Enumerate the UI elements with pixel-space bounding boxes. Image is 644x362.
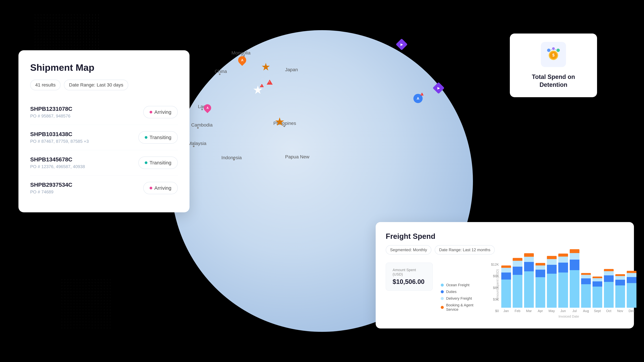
status-badge-transiting-2: Transiting <box>138 157 178 169</box>
svg-line-7 <box>555 49 557 50</box>
marker-star-gold-1[interactable] <box>262 63 270 71</box>
status-dot <box>150 111 152 113</box>
x-axis-title: Invoiced Date <box>491 315 636 319</box>
marker-pin-orange-a[interactable]: A <box>238 56 246 64</box>
marker-star-gold-2[interactable] <box>275 117 284 126</box>
legend-label-duties: Duties <box>446 290 456 294</box>
svg-point-5 <box>552 47 555 50</box>
status-dot <box>145 136 148 139</box>
status-badge-arriving-1: Arriving <box>143 106 178 118</box>
results-badge[interactable]: 41 results <box>30 80 60 90</box>
bar-group: Feb <box>513 258 522 313</box>
map-label-japan: Japan <box>285 67 298 72</box>
status-badge-arriving-2: Arriving <box>143 182 178 194</box>
shipment-info: SHPB1231078C PO # 95867, 948576 <box>30 106 72 119</box>
bar-month-label: Jun <box>560 309 566 313</box>
marker-pin-pink[interactable]: A <box>204 104 211 112</box>
marker-warn-small[interactable]: ! <box>267 80 273 85</box>
legend-label-booking: Booking & Agent Service <box>446 303 484 312</box>
shipment-map-title: Shipment Map <box>30 62 178 73</box>
decorative-dots-bottomleft <box>60 278 111 329</box>
map-label-mongolia: Mongolia <box>232 50 250 56</box>
spend-icon: $ <box>545 46 562 63</box>
bar-month-label: Aug <box>583 309 589 313</box>
bar-month-label: Apr <box>538 309 543 313</box>
shipment-po: PO # 12376, 496587, 40938 <box>30 164 85 169</box>
marker-diamond-1[interactable]: ▶ <box>398 40 406 49</box>
legend-booking: Booking & Agent Service <box>441 303 484 312</box>
bar-group: Oct <box>604 269 614 313</box>
shipment-id: SHPB1345678C <box>30 156 85 163</box>
svg-line-6 <box>550 49 552 50</box>
status-label: Arriving <box>154 109 172 115</box>
legend-label-ocean: Ocean Freight <box>446 283 470 287</box>
bar-chart: JanFebMarAprMayJunJulAugSeptOctNovDec <box>501 263 636 313</box>
map-label-china: China <box>215 69 227 74</box>
svg-point-3 <box>547 49 550 52</box>
bar-group: Nov <box>615 274 625 313</box>
y-label-0: $0 <box>495 309 499 313</box>
legend-dot-delivery <box>441 297 444 300</box>
bar-group: Aug <box>581 273 591 313</box>
amount-box: Amount Spent (USD) $10,506.00 <box>386 263 433 291</box>
bar-group: Apr <box>536 263 545 313</box>
date-range-badge[interactable]: Date Range: Last 30 days <box>64 80 128 90</box>
marker-star-white-warn[interactable]: ! <box>253 85 262 95</box>
status-label: Transiting <box>150 135 172 140</box>
marker-blue-a[interactable]: A ! <box>414 94 422 103</box>
legend-label-delivery: Delivery Freight <box>446 296 472 301</box>
amount-label: Amount Spent (USD) <box>392 268 426 277</box>
bar-month-label: Jan <box>504 309 509 313</box>
shipment-row[interactable]: SHPB1345678C PO # 12376, 496587, 40938 T… <box>30 150 178 175</box>
chart-with-yaxis: $12K $9K $6K $3K $0 JanFebMarAprMayJunJu… <box>491 263 636 313</box>
bar-group: Jun <box>558 254 568 313</box>
segment-filter[interactable]: Segmented: Monthly <box>386 245 431 255</box>
shipment-id: SHPB1231078C <box>30 106 72 112</box>
freight-spend-card: Freight Spend Segmented: Monthly Date Ra… <box>376 222 634 329</box>
spend-icon-wrapper: $ <box>541 42 566 67</box>
legend-ocean: Ocean Freight <box>441 283 484 287</box>
map-label-cambodia: Cambodia <box>191 122 213 128</box>
status-dot <box>150 187 152 189</box>
shipment-po: PO # 87467, 87759, 87585 +3 <box>30 139 89 144</box>
map-label-malaysia: Malaysia <box>188 141 206 146</box>
shipment-info: SHPB2937534C PO # 74689 <box>30 182 72 195</box>
status-dot <box>145 161 148 164</box>
bar-group: Dec <box>627 271 636 313</box>
shipment-id: SHPB2937534C <box>30 182 72 188</box>
shipment-po: PO # 74689 <box>30 189 72 195</box>
svg-text:$: $ <box>552 53 554 57</box>
date-filter[interactable]: Date Range: Last 12 months <box>435 245 495 255</box>
shipment-list: SHPB1231078C PO # 95867, 948576 Arriving… <box>30 99 178 201</box>
chart-legend: Ocean Freight Duties Delivery Freight Bo… <box>441 283 484 319</box>
status-badge-transiting-1: Transiting <box>138 131 178 144</box>
chart-section: Ocean Freight Duties Delivery Freight Bo… <box>441 263 636 319</box>
shipment-id: SHPB1031438C <box>30 131 89 137</box>
bar-month-label: Jul <box>572 309 577 313</box>
bar-group: May <box>547 256 556 313</box>
y-label-12k: $12K <box>491 263 499 267</box>
bar-month-label: Mar <box>526 309 532 313</box>
shipment-row[interactable]: SHPB2937534C PO # 74689 Arriving <box>30 175 178 201</box>
spend-card-title: Total Spend onDetention <box>518 73 589 89</box>
bar-month-label: Dec <box>628 309 634 313</box>
legend-duties: Duties <box>441 290 484 294</box>
map-label-papuanew: Papua New <box>285 154 310 160</box>
freight-title: Freight Spend <box>386 232 624 241</box>
shipment-info: SHPB1345678C PO # 12376, 496587, 40938 <box>30 156 85 169</box>
amount-value: $10,506.00 <box>392 278 426 285</box>
shipment-info: SHPB1031438C PO # 87467, 87759, 87585 +3 <box>30 131 89 144</box>
bar-group: Mar <box>524 253 534 313</box>
bar-month-label: Feb <box>514 309 520 313</box>
bar-month-label: Sept <box>594 309 601 313</box>
bar-month-label: May <box>548 309 555 313</box>
marker-diamond-2[interactable]: ▶ <box>434 84 443 92</box>
status-label: Arriving <box>154 185 172 191</box>
legend-dot-ocean <box>441 284 444 287</box>
legend-delivery: Delivery Freight <box>441 296 484 301</box>
shipment-row[interactable]: SHPB1031438C PO # 87467, 87759, 87585 +3… <box>30 125 178 150</box>
status-label: Transiting <box>150 160 172 166</box>
shipment-row[interactable]: SHPB1231078C PO # 95867, 948576 Arriving <box>30 99 178 125</box>
bar-group: Jul <box>570 249 580 313</box>
shipment-po: PO # 95867, 948576 <box>30 113 72 119</box>
